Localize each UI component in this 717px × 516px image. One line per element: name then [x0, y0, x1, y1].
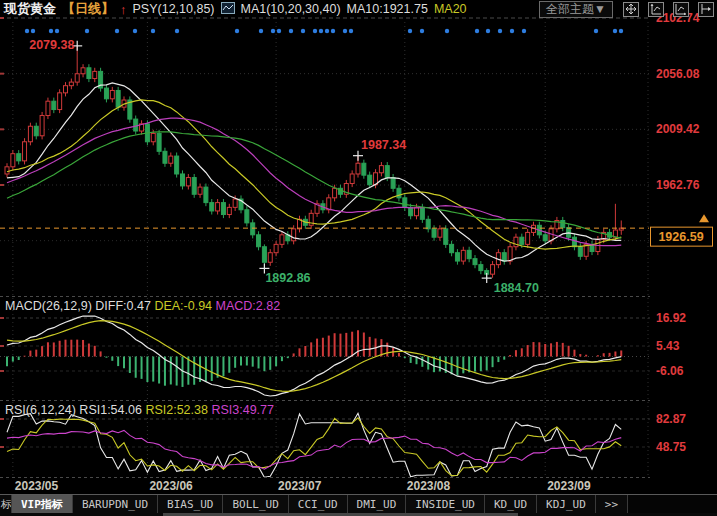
- svg-text:2023/08: 2023/08: [407, 479, 451, 493]
- tab-cci[interactable]: CCI_UD: [289, 495, 348, 514]
- svg-text:-6.06: -6.06: [656, 364, 684, 378]
- chart-header: 现货黄金 【日线】 ↑ PSY(12,10,85) MA1(10,20,30,4…: [0, 0, 717, 18]
- svg-text:82.87: 82.87: [656, 412, 686, 426]
- svg-text:1962.76: 1962.76: [656, 178, 700, 192]
- rsi3-value: RSI3:49.77: [211, 403, 274, 417]
- macd-label-row: MACD(26,12,9) DIFF:0.47 DEA:-0.94 MACD:2…: [5, 299, 280, 313]
- tab-barupdn[interactable]: BARUPDN_UD: [73, 495, 158, 514]
- svg-text:1987.34: 1987.34: [361, 138, 406, 152]
- up-arrow-icon: ↑: [120, 3, 127, 16]
- shift-right-icon[interactable]: [698, 2, 714, 17]
- chart-canvas[interactable]: 2023/052023/062023/072023/082023/092102.…: [0, 0, 717, 516]
- tab-vip-indicator[interactable]: VIP指标: [12, 495, 73, 514]
- chart-type-icon[interactable]: [221, 2, 235, 17]
- svg-text:2009.42: 2009.42: [656, 122, 700, 136]
- tab-kdj[interactable]: KDJ_UD: [537, 495, 596, 514]
- zoom-y-axis-icon[interactable]: [648, 2, 664, 17]
- ma10-value: MA10:1921.75: [347, 2, 428, 16]
- rsi-title: RSI(6,12,24): [5, 403, 76, 417]
- svg-text:1926.59: 1926.59: [658, 230, 703, 244]
- trading-chart-window: 2023/052023/062023/072023/082023/092102.…: [0, 0, 717, 516]
- rsi1-value: RSI1:54.06: [79, 403, 142, 417]
- ma-group-label: MA1(10,20,30,40): [241, 2, 341, 16]
- tab-dmi[interactable]: DMI_UD: [348, 495, 407, 514]
- tab-partial[interactable]: 标: [0, 495, 12, 514]
- svg-text:2056.08: 2056.08: [656, 67, 700, 81]
- rsi-label-row: RSI(6,12,24) RSI1:54.06 RSI2:52.38 RSI3:…: [5, 403, 274, 417]
- ma20-value: MA20: [434, 2, 467, 16]
- svg-text:2079.38: 2079.38: [29, 38, 74, 52]
- theme-dropdown[interactable]: 全部主题▼: [539, 1, 613, 18]
- svg-text:2023/07: 2023/07: [278, 479, 322, 493]
- tab-inside[interactable]: INSIDE_UD: [406, 495, 485, 514]
- tab-kd[interactable]: KD_UD: [485, 495, 537, 514]
- indicator-tab-bar: 标 VIP指标 BARUPDN_UD BIAS_UD BOLL_UD CCI_U…: [0, 494, 717, 514]
- rsi2-value: RSI2:52.38: [145, 403, 208, 417]
- svg-text:2023/09: 2023/09: [547, 479, 591, 493]
- period-label[interactable]: 【日线】: [62, 0, 114, 18]
- svg-text:2023/06: 2023/06: [149, 479, 193, 493]
- svg-text:5.43: 5.43: [656, 339, 680, 353]
- macd-value: MACD:2.82: [216, 299, 281, 313]
- macd-title: MACD(26,12,9): [5, 299, 92, 313]
- tab-bias[interactable]: BIAS_UD: [158, 495, 223, 514]
- tab-more[interactable]: >>: [596, 495, 628, 514]
- svg-text:2023/05: 2023/05: [15, 479, 59, 493]
- macd-diff-value: DIFF:0.47: [95, 299, 151, 313]
- macd-dea-value: DEA:-0.94: [154, 299, 212, 313]
- svg-text:16.92: 16.92: [656, 311, 686, 325]
- svg-text:1884.70: 1884.70: [494, 281, 539, 295]
- psy-indicator-label: PSY(12,10,85): [133, 2, 215, 16]
- svg-text:48.75: 48.75: [656, 440, 686, 454]
- tab-boll[interactable]: BOLL_UD: [223, 495, 288, 514]
- symbol-name: 现货黄金: [4, 0, 56, 18]
- svg-text:1892.86: 1892.86: [265, 271, 310, 285]
- zoom-x-axis-icon[interactable]: [673, 2, 689, 17]
- pan-icon[interactable]: [623, 2, 639, 17]
